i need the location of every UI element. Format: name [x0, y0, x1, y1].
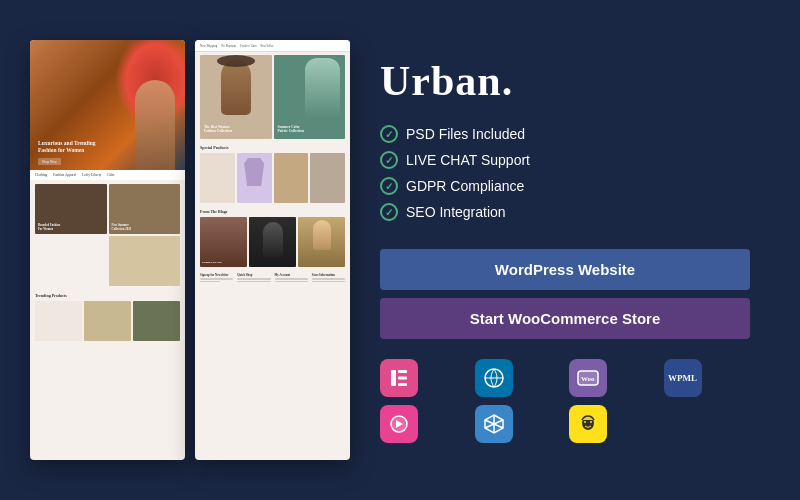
mid-card-1: Branded FashionFor Women — [35, 184, 107, 234]
nav-lefty: Lefty-Liberty — [82, 173, 101, 177]
svg-text:Woo: Woo — [581, 375, 595, 383]
svg-rect-2 — [398, 377, 407, 380]
features-list: ✓ PSD Files Included ✓ LIVE CHAT Support… — [380, 125, 750, 229]
nav-bar: Clothing Fashion Apparel Lefty-Liberty G… — [30, 170, 185, 180]
trending-card-1 — [35, 301, 82, 341]
hero-headline: Luxurious and TrendingFashion for Women — [38, 140, 95, 155]
check-icon-seo: ✓ — [380, 203, 398, 221]
special-card-1 — [200, 153, 235, 203]
special-grid — [200, 153, 345, 203]
special-card-3 — [274, 153, 309, 203]
mid-section: Branded FashionFor Women New SummerColle… — [30, 180, 185, 290]
check-icon-chat: ✓ — [380, 151, 398, 169]
feature-chat: ✓ LIVE CHAT Support — [380, 151, 750, 169]
blog-grid: Fashion Love Now — [200, 217, 345, 267]
trending-section: Trending Products — [30, 290, 185, 344]
trending-card-2 — [84, 301, 131, 341]
hero-model-left — [221, 60, 251, 115]
hero-left-text: The Best WomenFashion Collection — [204, 125, 232, 134]
feature-psd: ✓ PSD Files Included — [380, 125, 750, 143]
trending-card-3 — [133, 301, 180, 341]
hero-cta-btn: Shop Now — [38, 158, 61, 165]
footer-strip: Sign up for Newsletter Quick Shop My Acc… — [195, 270, 350, 295]
blog-card-3 — [298, 217, 345, 267]
nav-fashion: Fashion Apparel — [53, 173, 76, 177]
check-icon-gdpr: ✓ — [380, 177, 398, 195]
right-hero-grid: The Best WomenFashion Collection Summer … — [195, 52, 350, 142]
special-card-2 — [237, 153, 272, 203]
screens-area: Luxurious and TrendingFashion for Women … — [30, 40, 350, 460]
brand-title: Urban. — [380, 57, 750, 105]
plugin-wordpress-icon — [475, 359, 513, 397]
cta-buttons: WordPress Website Start WooCommerce Stor… — [380, 249, 750, 339]
plugin-3d-icon — [475, 405, 513, 443]
left-hero: Luxurious and TrendingFashion for Women … — [30, 40, 185, 170]
plugin-icons-grid: Woo WPML — [380, 359, 750, 443]
wordpress-cta-button[interactable]: WordPress Website — [380, 249, 750, 290]
feature-seo: ✓ SEO Integration — [380, 203, 750, 221]
right-nav-1: New Shipping — [200, 44, 217, 48]
blog-card-2 — [249, 217, 296, 267]
special-card-4 — [310, 153, 345, 203]
mid-card-3 — [109, 236, 181, 286]
plugin-woocommerce-icon: Woo — [569, 359, 607, 397]
info-panel: Urban. ✓ PSD Files Included ✓ LIVE CHAT … — [350, 47, 770, 453]
svg-rect-1 — [398, 370, 407, 373]
right-nav-3: Fresh to Gain — [240, 44, 256, 48]
nav-clothing: Clothing — [35, 173, 47, 177]
footer-col-2: Quick Shop — [237, 273, 270, 292]
left-screen-mockup: Luxurious and TrendingFashion for Women … — [30, 40, 185, 460]
svg-rect-3 — [398, 383, 407, 386]
special-title: Special Products — [200, 145, 345, 150]
svg-point-13 — [584, 421, 586, 423]
hero-right-text: Summer ColorPalette Collection — [278, 125, 304, 134]
right-hero-left: The Best WomenFashion Collection — [200, 55, 272, 139]
check-icon-psd: ✓ — [380, 125, 398, 143]
hero-hat — [217, 55, 255, 67]
woocommerce-cta-button[interactable]: Start WooCommerce Store — [380, 298, 750, 339]
mid-card-2: New SummerCollection 2023 — [109, 184, 181, 234]
trending-title: Trending Products — [35, 293, 180, 298]
plugin-wpml-icon: WPML — [664, 359, 702, 397]
footer-col-4: Store Information — [312, 273, 345, 292]
svg-point-14 — [590, 421, 592, 423]
blog-card-1: Fashion Love Now — [200, 217, 247, 267]
blog-title: From The Blogs — [200, 209, 345, 214]
blog-section: From The Blogs Fashion Love Now — [195, 206, 350, 270]
footer-col-1: Sign up for Newsletter — [200, 273, 233, 292]
main-container: Luxurious and TrendingFashion for Women … — [0, 0, 800, 500]
right-nav-2: No Payment — [221, 44, 236, 48]
hero-model-right — [305, 58, 340, 118]
special-section: Special Products — [195, 142, 350, 206]
right-screen-mockup: New Shipping No Payment Fresh to Gain Be… — [195, 40, 350, 460]
right-top-bar: New Shipping No Payment Fresh to Gain Be… — [195, 40, 350, 52]
trending-grid — [35, 301, 180, 341]
svg-rect-0 — [391, 370, 396, 386]
footer-col-3: My Account — [275, 273, 308, 292]
plugin-mailchimp-icon — [569, 405, 607, 443]
right-nav-4: Best Seller — [261, 44, 274, 48]
plugin-elementor-icon — [380, 359, 418, 397]
right-hero-right: Summer ColorPalette Collection — [274, 55, 346, 139]
plugin-revslider-icon — [380, 405, 418, 443]
feature-gdpr: ✓ GDPR Compliance — [380, 177, 750, 195]
hero-person — [135, 80, 175, 170]
nav-gifts: Gifts — [107, 173, 114, 177]
